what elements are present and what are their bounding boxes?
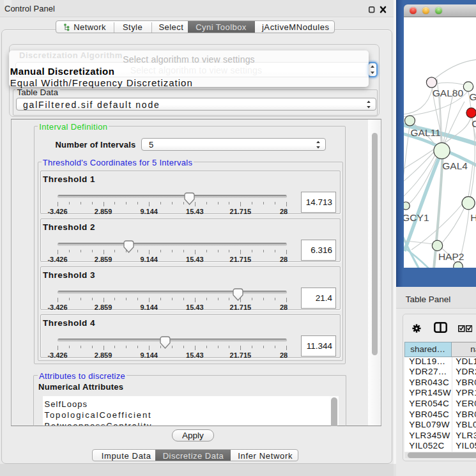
svg-text:HAP2: HAP2 — [438, 251, 464, 262]
svg-text:GAL11: GAL11 — [410, 127, 440, 138]
svg-text:GCY1: GCY1 — [404, 212, 429, 223]
svg-text:H: H — [470, 212, 476, 223]
svg-text:GA: GA — [469, 91, 476, 102]
svg-text:GAL4: GAL4 — [442, 160, 468, 171]
svg-text:C: C — [472, 118, 476, 129]
svg-text:GAL80: GAL80 — [432, 88, 463, 98]
